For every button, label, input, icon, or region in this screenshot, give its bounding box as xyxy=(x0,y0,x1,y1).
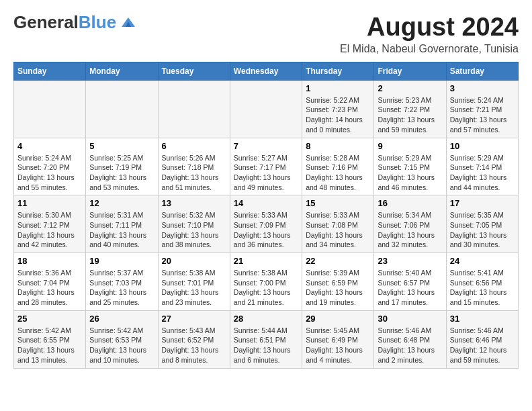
day-info: Sunrise: 5:22 AM Sunset: 7:23 PM Dayligh… xyxy=(306,95,370,135)
day-number: 31 xyxy=(450,314,515,324)
calendar-cell: 19Sunrise: 5:37 AM Sunset: 7:03 PM Dayli… xyxy=(86,253,158,311)
day-info: Sunrise: 5:24 AM Sunset: 7:20 PM Dayligh… xyxy=(17,153,82,193)
day-number: 29 xyxy=(306,314,370,324)
weekday-header-wednesday: Wednesday xyxy=(230,62,302,80)
day-info: Sunrise: 5:37 AM Sunset: 7:03 PM Dayligh… xyxy=(89,268,154,308)
day-number: 7 xyxy=(234,141,298,151)
day-number: 11 xyxy=(17,198,82,208)
calendar-cell: 4Sunrise: 5:24 AM Sunset: 7:20 PM Daylig… xyxy=(14,138,86,195)
calendar-cell: 7Sunrise: 5:27 AM Sunset: 7:17 PM Daylig… xyxy=(230,138,302,195)
calendar-cell: 2Sunrise: 5:23 AM Sunset: 7:22 PM Daylig… xyxy=(374,80,446,138)
calendar-cell: 18Sunrise: 5:36 AM Sunset: 7:04 PM Dayli… xyxy=(14,253,86,311)
weekday-header-friday: Friday xyxy=(374,62,446,80)
day-number: 17 xyxy=(450,198,515,208)
weekday-header-thursday: Thursday xyxy=(302,62,374,80)
day-number: 13 xyxy=(162,198,226,208)
calendar-cell: 28Sunrise: 5:44 AM Sunset: 6:51 PM Dayli… xyxy=(230,310,302,368)
day-info: Sunrise: 5:31 AM Sunset: 7:11 PM Dayligh… xyxy=(89,210,154,250)
day-number: 22 xyxy=(306,256,370,266)
calendar-cell: 11Sunrise: 5:30 AM Sunset: 7:12 PM Dayli… xyxy=(14,195,86,253)
day-number: 14 xyxy=(234,198,298,208)
calendar-cell: 12Sunrise: 5:31 AM Sunset: 7:11 PM Dayli… xyxy=(86,195,158,253)
calendar-week-4: 18Sunrise: 5:36 AM Sunset: 7:04 PM Dayli… xyxy=(14,253,519,311)
day-number: 20 xyxy=(162,256,226,266)
day-number: 15 xyxy=(306,198,370,208)
calendar-cell: 17Sunrise: 5:35 AM Sunset: 7:05 PM Dayli… xyxy=(446,195,518,253)
day-info: Sunrise: 5:30 AM Sunset: 7:12 PM Dayligh… xyxy=(17,210,82,250)
logo-general: General xyxy=(13,12,79,32)
day-info: Sunrise: 5:32 AM Sunset: 7:10 PM Dayligh… xyxy=(162,210,226,250)
location-subtitle: El Mida, Nabeul Governorate, Tunisia xyxy=(340,43,519,55)
calendar-cell: 16Sunrise: 5:34 AM Sunset: 7:06 PM Dayli… xyxy=(374,195,446,253)
calendar-cell: 27Sunrise: 5:43 AM Sunset: 6:52 PM Dayli… xyxy=(158,310,230,368)
calendar-cell: 6Sunrise: 5:26 AM Sunset: 7:18 PM Daylig… xyxy=(158,138,230,195)
day-info: Sunrise: 5:27 AM Sunset: 7:17 PM Dayligh… xyxy=(234,153,298,193)
day-info: Sunrise: 5:44 AM Sunset: 6:51 PM Dayligh… xyxy=(234,326,298,365)
day-number: 3 xyxy=(450,83,515,93)
logo-blue: Blue xyxy=(79,12,116,32)
calendar-cell: 31Sunrise: 5:46 AM Sunset: 6:46 PM Dayli… xyxy=(446,310,518,368)
day-info: Sunrise: 5:43 AM Sunset: 6:52 PM Dayligh… xyxy=(162,326,226,365)
day-number: 25 xyxy=(17,314,82,324)
day-info: Sunrise: 5:38 AM Sunset: 7:00 PM Dayligh… xyxy=(234,268,298,308)
weekday-header-sunday: Sunday xyxy=(14,62,86,80)
calendar-cell: 9Sunrise: 5:29 AM Sunset: 7:15 PM Daylig… xyxy=(374,138,446,195)
logo: GeneralBlue xyxy=(13,13,138,31)
day-number: 4 xyxy=(17,141,82,151)
day-info: Sunrise: 5:26 AM Sunset: 7:18 PM Dayligh… xyxy=(162,153,226,193)
day-info: Sunrise: 5:46 AM Sunset: 6:48 PM Dayligh… xyxy=(378,326,442,365)
calendar-cell xyxy=(158,80,230,138)
day-info: Sunrise: 5:29 AM Sunset: 7:15 PM Dayligh… xyxy=(378,153,442,193)
weekday-header-monday: Monday xyxy=(86,62,158,80)
day-number: 19 xyxy=(89,256,154,266)
calendar-cell: 14Sunrise: 5:33 AM Sunset: 7:09 PM Dayli… xyxy=(230,195,302,253)
calendar-cell: 30Sunrise: 5:46 AM Sunset: 6:48 PM Dayli… xyxy=(374,310,446,368)
day-number: 8 xyxy=(306,141,370,151)
day-number: 26 xyxy=(89,314,154,324)
day-info: Sunrise: 5:42 AM Sunset: 6:55 PM Dayligh… xyxy=(17,326,82,365)
day-number: 10 xyxy=(450,141,515,151)
title-block: August 2024 El Mida, Nabeul Governorate,… xyxy=(340,13,519,55)
calendar-cell: 29Sunrise: 5:45 AM Sunset: 6:49 PM Dayli… xyxy=(302,310,374,368)
day-info: Sunrise: 5:29 AM Sunset: 7:14 PM Dayligh… xyxy=(450,153,515,193)
calendar-cell: 10Sunrise: 5:29 AM Sunset: 7:14 PM Dayli… xyxy=(446,138,518,195)
day-info: Sunrise: 5:41 AM Sunset: 6:56 PM Dayligh… xyxy=(450,268,515,308)
calendar-table: SundayMondayTuesdayWednesdayThursdayFrid… xyxy=(13,62,519,369)
day-number: 9 xyxy=(378,141,442,151)
calendar-week-3: 11Sunrise: 5:30 AM Sunset: 7:12 PM Dayli… xyxy=(14,195,519,253)
calendar-cell: 13Sunrise: 5:32 AM Sunset: 7:10 PM Dayli… xyxy=(158,195,230,253)
day-number: 18 xyxy=(17,256,82,266)
calendar-cell: 23Sunrise: 5:40 AM Sunset: 6:57 PM Dayli… xyxy=(374,253,446,311)
day-info: Sunrise: 5:40 AM Sunset: 6:57 PM Dayligh… xyxy=(378,268,442,308)
day-info: Sunrise: 5:33 AM Sunset: 7:08 PM Dayligh… xyxy=(306,210,370,250)
day-number: 27 xyxy=(162,314,226,324)
day-number: 16 xyxy=(378,198,442,208)
weekday-header-tuesday: Tuesday xyxy=(158,62,230,80)
calendar-week-5: 25Sunrise: 5:42 AM Sunset: 6:55 PM Dayli… xyxy=(14,310,519,368)
day-info: Sunrise: 5:33 AM Sunset: 7:09 PM Dayligh… xyxy=(234,210,298,250)
day-number: 1 xyxy=(306,83,370,93)
calendar-cell: 22Sunrise: 5:39 AM Sunset: 6:59 PM Dayli… xyxy=(302,253,374,311)
calendar-cell: 8Sunrise: 5:28 AM Sunset: 7:16 PM Daylig… xyxy=(302,138,374,195)
calendar-week-2: 4Sunrise: 5:24 AM Sunset: 7:20 PM Daylig… xyxy=(14,138,519,195)
day-info: Sunrise: 5:46 AM Sunset: 6:46 PM Dayligh… xyxy=(450,326,515,365)
day-number: 30 xyxy=(378,314,442,324)
calendar-cell: 24Sunrise: 5:41 AM Sunset: 6:56 PM Dayli… xyxy=(446,253,518,311)
day-info: Sunrise: 5:42 AM Sunset: 6:53 PM Dayligh… xyxy=(89,326,154,365)
day-number: 2 xyxy=(378,83,442,93)
day-info: Sunrise: 5:28 AM Sunset: 7:16 PM Dayligh… xyxy=(306,153,370,193)
weekday-header-saturday: Saturday xyxy=(446,62,518,80)
calendar-cell: 26Sunrise: 5:42 AM Sunset: 6:53 PM Dayli… xyxy=(86,310,158,368)
calendar-week-1: 1Sunrise: 5:22 AM Sunset: 7:23 PM Daylig… xyxy=(14,80,519,138)
day-info: Sunrise: 5:38 AM Sunset: 7:01 PM Dayligh… xyxy=(162,268,226,308)
day-info: Sunrise: 5:25 AM Sunset: 7:19 PM Dayligh… xyxy=(89,153,154,193)
calendar-cell: 21Sunrise: 5:38 AM Sunset: 7:00 PM Dayli… xyxy=(230,253,302,311)
calendar-cell: 20Sunrise: 5:38 AM Sunset: 7:01 PM Dayli… xyxy=(158,253,230,311)
day-number: 5 xyxy=(89,141,154,151)
weekday-header-row: SundayMondayTuesdayWednesdayThursdayFrid… xyxy=(14,62,519,80)
day-info: Sunrise: 5:24 AM Sunset: 7:21 PM Dayligh… xyxy=(450,95,515,135)
day-info: Sunrise: 5:45 AM Sunset: 6:49 PM Dayligh… xyxy=(306,326,370,365)
calendar-cell: 15Sunrise: 5:33 AM Sunset: 7:08 PM Dayli… xyxy=(302,195,374,253)
day-number: 12 xyxy=(89,198,154,208)
day-number: 28 xyxy=(234,314,298,324)
